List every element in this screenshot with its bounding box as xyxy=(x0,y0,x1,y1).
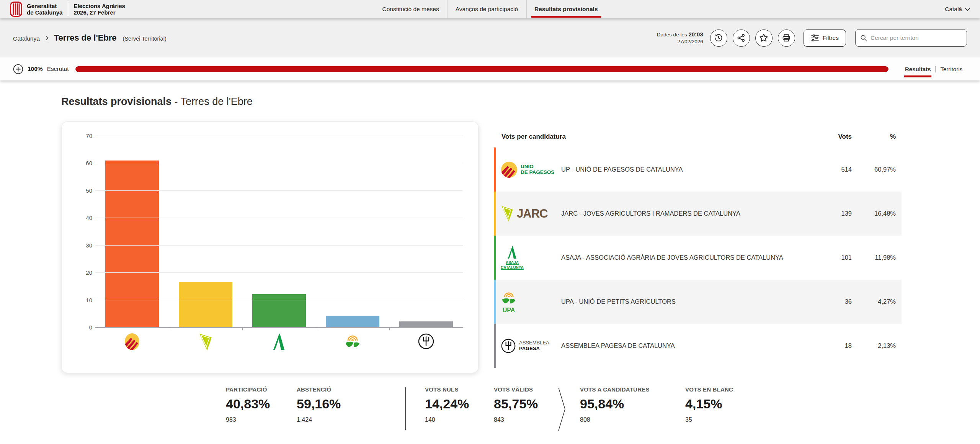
nav-avancos-participacio[interactable]: Avanços de participació xyxy=(447,0,526,18)
filters-button[interactable]: Filtres xyxy=(804,29,846,47)
generalitat-shield-icon xyxy=(10,2,22,17)
share-button[interactable] xyxy=(733,29,750,47)
tab-territoris[interactable]: Territoris xyxy=(935,66,967,72)
table-row-upa[interactable]: UPA UPA - UNIÓ DE PETITS AGRICULTORS 36 … xyxy=(494,280,902,324)
chevron-down-icon xyxy=(965,8,970,11)
top-header: Generalitat de Catalunya Eleccions Agràr… xyxy=(0,0,980,18)
stat-abstencio: ABSTENCIÓ 59,16% 1.424 xyxy=(297,386,341,423)
brand-divider xyxy=(68,3,68,16)
stat-vots-en-blanc: VOTS EN BLANC 4,15% 35 xyxy=(685,386,733,423)
chart-bars xyxy=(95,136,463,327)
party-percent: 16,48% xyxy=(852,210,896,217)
territory-search[interactable] xyxy=(855,29,967,47)
scrutiny-bar: 100% Escrutat Resultats Territoris xyxy=(0,57,980,80)
asaja-logo-icon xyxy=(507,246,517,259)
party-votes: 101 xyxy=(823,254,852,261)
bar-jarc[interactable] xyxy=(179,282,232,327)
filters-icon xyxy=(811,34,819,42)
summary-stats: PARTICIPACIÓ 40,83% 983 ABSTENCIÓ 59,16%… xyxy=(61,386,902,438)
party-percent: 60,97% xyxy=(852,166,896,173)
bar-slot-up xyxy=(95,136,169,327)
nav-constitucio-de-meses[interactable]: Constitució de meses xyxy=(374,0,447,18)
scrutiny-progress-bar xyxy=(75,66,889,72)
generalitat-brand[interactable]: Generalitat de Catalunya xyxy=(10,2,62,17)
table-row-assemblea-pagesa[interactable]: ASSEMBLEA PAGESA ASSEMBLEA PAGESA DE CAT… xyxy=(494,324,902,368)
data-timestamp: Dades de les 20:03 27/02/2026 xyxy=(657,31,703,45)
filters-label: Filtres xyxy=(823,34,839,41)
breadcrumb-current-territory: Terres de l'Ebre xyxy=(54,33,117,43)
breadcrumb-catalunya[interactable]: Catalunya xyxy=(13,35,40,42)
territory-type-label: (Servei Territorial) xyxy=(123,36,167,42)
party-votes: 18 xyxy=(823,342,852,349)
jarc-logo-text: JARC xyxy=(517,207,547,221)
history-button[interactable] xyxy=(710,29,727,47)
scrutiny-label: Escrutat xyxy=(47,66,69,72)
party-name: ASAJA - ASSOCIACIÓ AGRÀRIA DE JOVES AGRI… xyxy=(561,253,806,262)
asaja-logo-text: ASAJA CATALUNYA xyxy=(501,260,524,270)
stat-vots-a-candidatures: VOTS A CANDIDATURES 95,84% 808 xyxy=(580,386,650,423)
scrutiny-progress-fill xyxy=(75,66,889,72)
main-content: Resultats provisionals - Terres de l'Ebr… xyxy=(0,80,980,438)
bar-up[interactable] xyxy=(105,161,159,328)
nav-resultats-provisionals[interactable]: Resultats provisionals xyxy=(526,0,606,18)
table-row-asaja[interactable]: ASAJA CATALUNYA ASAJA - ASSOCIACIÓ AGRÀR… xyxy=(494,236,902,280)
col-candidatura: Vots per candidatura xyxy=(501,133,823,141)
table-header: Vots per candidatura Vots % xyxy=(494,133,902,147)
page-title: Resultats provisionals - Terres de l'Ebr… xyxy=(61,96,902,108)
results-bar-chart: 010203040506070 xyxy=(61,121,479,373)
bar-slot-asaja xyxy=(242,136,316,327)
stat-participacio: PARTICIPACIÓ 40,83% 983 xyxy=(226,386,270,423)
bar-asaja[interactable] xyxy=(252,294,306,327)
upa-logo-icon xyxy=(501,290,517,306)
assemblea-pagesa-logo-icon xyxy=(418,333,434,350)
assemblea-pagesa-logo-text: ASSEMBLEA PAGESA xyxy=(519,340,549,352)
stats-divider-line xyxy=(405,387,406,430)
history-icon xyxy=(714,33,723,43)
stats-chevron-divider xyxy=(557,386,567,432)
stat-vots-nuls: VOTS NULS 14,24% 140 xyxy=(425,386,469,423)
language-label: Català xyxy=(945,6,962,13)
plus-circle-icon[interactable] xyxy=(13,64,23,74)
printer-icon xyxy=(782,33,791,43)
table-row-jarc[interactable]: JARC JARC - JOVES AGRICULTORS I RAMADERS… xyxy=(494,192,902,236)
party-percent: 4,27% xyxy=(852,298,896,305)
bar-slot-jarc xyxy=(169,136,242,327)
up-logo-icon xyxy=(501,161,518,178)
main-nav: Constitució de meses Avanços de particip… xyxy=(374,0,606,18)
party-percent: 11,98% xyxy=(852,254,896,261)
toolbar: Dades de les 20:03 27/02/2026 xyxy=(657,29,967,47)
chevron-right-icon xyxy=(45,35,49,41)
search-icon xyxy=(860,34,867,42)
votes-table: Vots per candidatura Vots % xyxy=(494,133,902,368)
stat-vots-valids: VOTS VÀLIDS 85,75% 843 xyxy=(494,386,538,423)
party-name: UPA - UNIÓ DE PETITS AGRICULTORS xyxy=(561,297,806,306)
upa-logo-text: UPA xyxy=(503,307,515,314)
assemblea-pagesa-logo-icon xyxy=(501,338,516,354)
bar-upa[interactable] xyxy=(326,316,379,328)
party-percent: 2,13% xyxy=(852,342,896,349)
party-votes: 514 xyxy=(823,166,852,173)
table-row-up[interactable]: UNIÓ DE PAGESOS UP - UNIÓ DE PAGESOS DE … xyxy=(494,147,902,192)
col-vots: Vots xyxy=(823,133,852,141)
share-icon xyxy=(737,33,746,43)
party-name: UP - UNIÓ DE PAGESOS DE CATALUNYA xyxy=(561,165,806,174)
party-votes: 36 xyxy=(823,298,852,305)
favorite-button[interactable] xyxy=(755,29,773,47)
breadcrumb: Catalunya Terres de l'Ebre (Servei Terri… xyxy=(13,33,167,43)
brand-title: Generalitat de Catalunya xyxy=(27,3,62,16)
print-button[interactable] xyxy=(778,29,795,47)
scrutiny-percent: 100% xyxy=(28,66,43,72)
breadcrumb-bar: Catalunya Terres de l'Ebre (Servei Terri… xyxy=(0,18,980,57)
chart-plot-area: 010203040506070 xyxy=(95,136,463,327)
bar-slot-assemblea-pagesa xyxy=(389,136,463,327)
col-percent: % xyxy=(852,133,896,141)
event-title: Eleccions Agràries 2026, 27 Febrer xyxy=(74,3,125,16)
bar-assemblea-pagesa[interactable] xyxy=(399,321,453,327)
up-logo-text: UNIÓ DE PAGESOS xyxy=(521,164,554,175)
tab-resultats[interactable]: Resultats xyxy=(900,66,936,72)
jarc-logo-icon xyxy=(501,205,514,222)
star-icon xyxy=(759,33,769,43)
language-selector[interactable]: Català xyxy=(945,6,970,13)
search-input[interactable] xyxy=(871,34,962,41)
view-tabs: Resultats Territoris xyxy=(900,66,967,72)
